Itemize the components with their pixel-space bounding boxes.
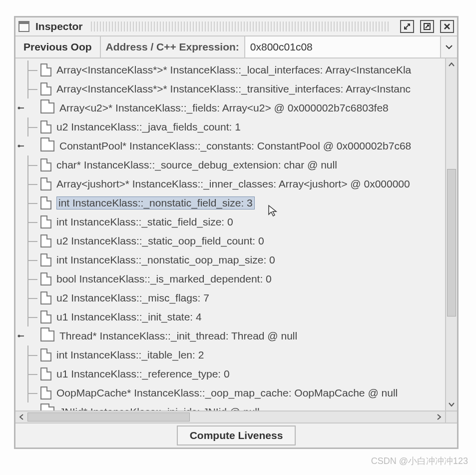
svg-point-5: [18, 335, 20, 338]
hscroll-thumb[interactable]: [27, 412, 190, 422]
tree-node-label: bool InstanceKlass::_is_marked_dependent…: [56, 273, 272, 285]
tree-node[interactable]: int InstanceKlass::_itable_len: 2: [15, 346, 445, 364]
scroll-down-icon[interactable]: [446, 398, 457, 410]
file-icon: [40, 348, 51, 362]
tree-node[interactable]: JNIid* InstanceKlass::_jni_ids: JNIid @ …: [15, 402, 445, 410]
tree-branch-line: [15, 250, 40, 270]
horizontal-scrollbar[interactable]: [15, 410, 445, 422]
tree-node[interactable]: Array<jushort>* InstanceKlass::_inner_cl…: [15, 174, 445, 194]
window-title: Inspector: [35, 20, 83, 32]
file-icon: [40, 82, 51, 96]
tree-node-label: ConstantPool* InstanceKlass::_constants:…: [59, 140, 411, 152]
file-icon: [40, 234, 51, 248]
tree-branch-line: [15, 308, 40, 326]
minimize-button[interactable]: [400, 20, 414, 33]
tree-node-label: u2 InstanceKlass::_static_oop_field_coun…: [56, 235, 264, 247]
folder-icon: [40, 102, 54, 114]
tree-node[interactable]: Thread* InstanceKlass::_init_thread: Thr…: [15, 326, 445, 346]
expand-handle-icon[interactable]: [15, 104, 25, 112]
tree-branch-line: [15, 194, 40, 212]
tree-node[interactable]: u2 InstanceKlass::_static_oop_field_coun…: [15, 232, 445, 250]
scroll-right-icon[interactable]: [433, 412, 445, 422]
tree-node[interactable]: int InstanceKlass::_static_field_size: 0: [15, 212, 445, 232]
folder-icon: [40, 406, 54, 410]
tree-node[interactable]: u1 InstanceKlass::_reference_type: 0: [15, 364, 445, 384]
vscroll-track[interactable]: [446, 70, 457, 398]
tree-node-label: u1 InstanceKlass::_reference_type: 0: [56, 368, 230, 380]
maximize-button[interactable]: [420, 20, 434, 33]
titlebar-grip: [91, 22, 390, 32]
tree-branch-line: [15, 118, 40, 136]
file-icon: [40, 292, 51, 304]
compute-liveness-button[interactable]: Compute Liveness: [177, 426, 296, 446]
file-icon: [40, 158, 51, 172]
scroll-corner: [445, 410, 457, 422]
tree-node[interactable]: u1 InstanceKlass::_init_state: 4: [15, 308, 445, 326]
tree-node-label: Thread* InstanceKlass::_init_thread: Thr…: [59, 330, 297, 342]
expand-handle-icon[interactable]: [15, 332, 25, 340]
tree-node[interactable]: Array<InstanceKlass*>* InstanceKlass::_t…: [15, 80, 445, 98]
tree-node[interactable]: Array<u2>* InstanceKlass::_fields: Array…: [15, 98, 445, 118]
hscroll-track[interactable]: [27, 412, 433, 422]
file-icon: [40, 216, 51, 228]
tree-branch-line: [15, 270, 40, 288]
folder-icon: [40, 140, 54, 152]
address-input[interactable]: [245, 36, 440, 58]
address-dropdown-button[interactable]: [440, 36, 457, 58]
tree-branch-line: [15, 364, 40, 384]
titlebar[interactable]: Inspector: [15, 18, 457, 36]
scroll-left-icon[interactable]: [15, 412, 27, 422]
tree-node-label: int InstanceKlass::_nonstatic_oop_map_si…: [56, 254, 275, 266]
tree-node[interactable]: char* InstanceKlass::_source_debug_exten…: [15, 156, 445, 174]
address-label: Address / C++ Expression:: [101, 36, 245, 58]
tree-node[interactable]: ConstantPool* InstanceKlass::_constants:…: [15, 136, 445, 156]
tree-branch-line: [15, 60, 40, 80]
tree-branch-line: [15, 288, 40, 308]
file-icon: [40, 386, 51, 400]
file-icon: [40, 368, 51, 380]
tree-node-label: char* InstanceKlass::_source_debug_exten…: [56, 159, 337, 171]
tree-branch-line: [15, 212, 40, 232]
previous-oop-button[interactable]: Previous Oop: [15, 36, 101, 58]
tree-node-label: int InstanceKlass::_nonstatic_field_size…: [56, 196, 255, 210]
tree-node-label: u2 InstanceKlass::_misc_flags: 7: [56, 292, 209, 304]
tree-panel: Array<InstanceKlass*>* InstanceKlass::_l…: [15, 58, 457, 424]
tree-branch-line: [15, 232, 40, 250]
close-button[interactable]: [440, 20, 454, 33]
file-icon: [40, 120, 51, 134]
tree-branch-line: [15, 346, 40, 364]
file-icon: [40, 196, 51, 210]
tree[interactable]: Array<InstanceKlass*>* InstanceKlass::_l…: [15, 58, 445, 410]
tree-node-label: u2 InstanceKlass::_java_fields_count: 1: [56, 121, 241, 133]
svg-point-1: [18, 107, 20, 110]
tree-node[interactable]: u2 InstanceKlass::_misc_flags: 7: [15, 288, 445, 308]
expand-handle-icon[interactable]: [15, 142, 25, 150]
tree-branch-line: [15, 156, 40, 174]
tree-node-label: u1 InstanceKlass::_init_state: 4: [56, 311, 202, 323]
watermark-text: CSDN @小白冲冲冲123: [371, 455, 468, 467]
tree-node[interactable]: u2 InstanceKlass::_java_fields_count: 1: [15, 118, 445, 136]
tree-node-label: Array<InstanceKlass*>* InstanceKlass::_t…: [56, 83, 411, 95]
file-icon: [40, 310, 51, 324]
window-icon: [18, 21, 29, 32]
tree-node-label: Array<InstanceKlass*>* InstanceKlass::_l…: [56, 64, 411, 76]
vscroll-thumb[interactable]: [447, 169, 456, 316]
tree-node[interactable]: int InstanceKlass::_nonstatic_oop_map_si…: [15, 250, 445, 270]
tree-node[interactable]: bool InstanceKlass::_is_marked_dependent…: [15, 270, 445, 288]
file-icon: [40, 272, 51, 286]
tree-branch-line: [15, 384, 40, 402]
tree-node-label: Array<jushort>* InstanceKlass::_inner_cl…: [56, 178, 410, 190]
toolbar: Previous Oop Address / C++ Expression:: [15, 36, 457, 58]
file-icon: [40, 254, 51, 266]
tree-branch-line: [15, 80, 40, 98]
footer: Compute Liveness: [15, 424, 457, 448]
scroll-up-icon[interactable]: [446, 58, 457, 70]
tree-node-label: JNIid* InstanceKlass::_jni_ids: JNIid @ …: [59, 406, 260, 410]
tree-node[interactable]: int InstanceKlass::_nonstatic_field_size…: [15, 194, 445, 212]
tree-branch-line: [15, 174, 40, 194]
tree-node[interactable]: Array<InstanceKlass*>* InstanceKlass::_l…: [15, 60, 445, 80]
svg-point-3: [18, 145, 20, 148]
vertical-scrollbar[interactable]: [445, 58, 457, 410]
tree-node[interactable]: OopMapCache* InstanceKlass::_oop_map_cac…: [15, 384, 445, 402]
inspector-window: Inspector Previous Oop Address / C++ Exp…: [14, 16, 459, 449]
